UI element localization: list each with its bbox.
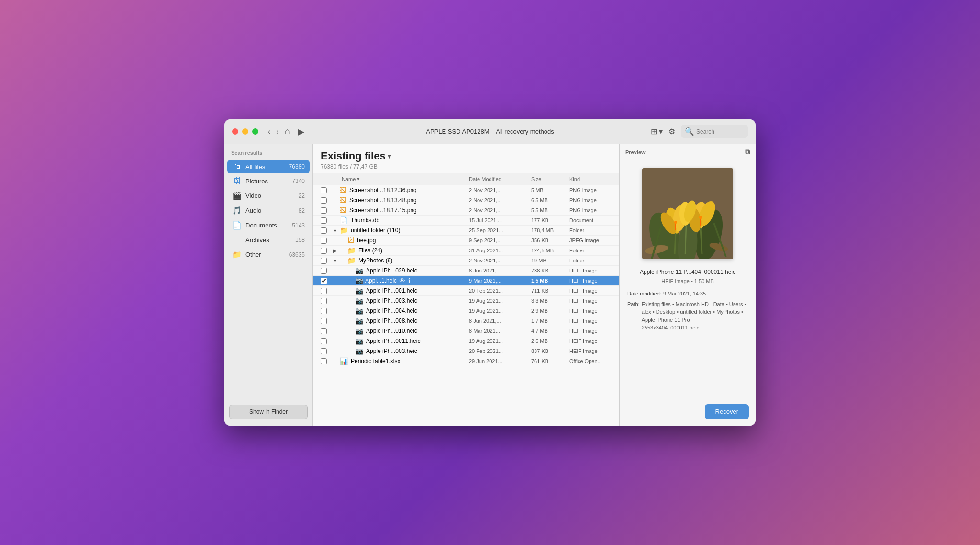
row-checkbox[interactable] — [317, 197, 330, 204]
sidebar-item-pictures[interactable]: 🖼 Pictures 7340 — [227, 174, 310, 188]
sidebar-label-audio: Audio — [245, 207, 295, 214]
row-kind: PNG image — [568, 187, 615, 193]
close-button[interactable] — [232, 128, 238, 135]
table-row[interactable]: 📷 Apple iPh...003.heic 20 Feb 2021... 83… — [313, 346, 619, 356]
col-header-expand — [330, 175, 340, 183]
row-date: 2 Nov 2021,... — [467, 207, 529, 213]
maximize-button[interactable] — [252, 128, 258, 135]
preview-filename: Apple iPhone 11 P...404_000011.heic — [620, 267, 756, 277]
row-checkbox[interactable] — [317, 248, 330, 254]
file-type-icon: 📄 — [340, 216, 348, 224]
row-kind: HEIF Image — [568, 308, 615, 314]
table-row[interactable]: 📊 Periodic table1.xlsx 29 Jun 2021... 76… — [313, 356, 619, 366]
col-header-name[interactable]: Name ▾ — [340, 175, 467, 183]
row-date: 20 Feb 2021... — [467, 288, 529, 294]
row-expand-toggle[interactable]: ▾ — [330, 258, 340, 263]
table-row[interactable]: 📷 Apple iPh...003.heic 19 Aug 2021... 3,… — [313, 296, 619, 306]
row-checkbox[interactable] — [317, 348, 330, 354]
sidebar-item-all-files[interactable]: 🗂 All files 76380 — [227, 160, 310, 173]
show-in-finder-button[interactable]: Show in Finder — [229, 405, 308, 419]
filter-button[interactable]: ⚙ — [668, 127, 675, 136]
table-row[interactable]: 📷 Apple iPh...0011.heic 19 Aug 2021... 2… — [313, 336, 619, 346]
preview-icon[interactable]: 👁 — [399, 277, 405, 284]
row-checkbox[interactable] — [317, 298, 330, 304]
col-header-size[interactable]: Size — [529, 175, 568, 183]
sidebar-item-other[interactable]: 📁 Other 63635 — [227, 248, 310, 261]
table-row[interactable]: 📷 Apple iPh...008.heic 8 Jun 2021,... 1,… — [313, 316, 619, 326]
preview-path-label: Path: — [627, 300, 640, 309]
copy-icon[interactable]: ⧉ — [745, 148, 750, 156]
table-row[interactable]: ▾ 📁 MyPhotos (9) 2 Nov 2021,... 19 MB Fo… — [313, 256, 619, 266]
table-row[interactable]: 📷 Apple iPh...001.heic 20 Feb 2021... 71… — [313, 286, 619, 296]
main-window: ‹ › ⌂ ▶ APPLE SSD AP0128M – All recovery… — [224, 119, 756, 426]
play-button[interactable]: ▶ — [298, 126, 304, 137]
row-size: 738 KB — [529, 268, 568, 273]
recover-button[interactable]: Recover — [705, 404, 749, 419]
dropdown-icon[interactable]: ▾ — [388, 152, 391, 160]
table-row[interactable]: ▾ 📁 untitled folder (110) 25 Sep 2021...… — [313, 226, 619, 236]
table-row[interactable]: 📷 Apple iPh...029.heic 8 Jun 2021,... 73… — [313, 266, 619, 276]
row-name: 📁 Files (24) — [340, 247, 467, 254]
file-type-icon: 📁 — [347, 247, 356, 254]
row-kind: PNG image — [568, 207, 615, 213]
row-checkbox[interactable] — [317, 187, 330, 193]
table-row[interactable]: ▶ 📁 Files (24) 31 Aug 2021... 124,5 MB F… — [313, 246, 619, 256]
row-checkbox[interactable] — [317, 308, 330, 314]
preview-path-row: Path: Existing files • Macintosh HD - Da… — [627, 300, 748, 332]
row-expand-toggle[interactable]: ▶ — [330, 248, 340, 253]
info-icon[interactable]: ℹ — [408, 277, 411, 284]
table-row[interactable]: 📷 Appl...1.heic 👁 ℹ 9 Mar 2021,... 1,5 M… — [313, 276, 619, 286]
file-type-icon: 📷 — [355, 307, 363, 315]
preview-image — [642, 168, 733, 259]
file-header: Existing files ▾ 76380 files / 77,47 GB — [313, 144, 619, 173]
row-expand-toggle[interactable]: ▾ — [330, 228, 340, 233]
file-area: Existing files ▾ 76380 files / 77,47 GB … — [313, 144, 619, 426]
search-input[interactable] — [696, 128, 744, 135]
file-type-icon: 🖼 — [340, 186, 346, 194]
preview-footer: Recover — [620, 399, 756, 426]
table-row[interactable]: 📷 Apple iPh...004.heic 19 Aug 2021... 2,… — [313, 306, 619, 316]
row-name: 🖼 bee.jpg — [340, 237, 467, 244]
row-checkbox[interactable] — [317, 358, 330, 364]
preview-details: Date modified: 9 Mar 2021, 14:35 Path: E… — [620, 285, 756, 337]
col-header-kind[interactable]: Kind — [568, 175, 615, 183]
row-checkbox[interactable] — [317, 318, 330, 324]
table-row[interactable]: 📄 Thumbs.db 15 Jul 2021,... 177 KB Docum… — [313, 216, 619, 226]
row-checkbox[interactable] — [317, 227, 330, 234]
row-checkbox[interactable] — [317, 238, 330, 244]
home-button[interactable]: ⌂ — [285, 126, 290, 136]
row-kind: HEIF Image — [568, 298, 615, 304]
row-checkbox[interactable] — [317, 338, 330, 344]
table-row[interactable]: 🖼 Screenshot...18.13.48.png 2 Nov 2021,.… — [313, 195, 619, 205]
sidebar-item-documents[interactable]: 📄 Documents 5143 — [227, 218, 310, 232]
row-name: 🖼 Screenshot...18.17.15.png — [340, 206, 467, 214]
col-header-date[interactable]: Date Modified — [467, 175, 529, 183]
row-checkbox[interactable] — [317, 217, 330, 224]
table-row[interactable]: 📷 Apple iPh...010.heic 8 Mar 2021... 4,7… — [313, 326, 619, 336]
table-row[interactable]: 🖼 Screenshot...18.17.15.png 2 Nov 2021,.… — [313, 205, 619, 216]
row-size: 19 MB — [529, 258, 568, 263]
back-button[interactable]: ‹ — [266, 126, 272, 137]
row-checkbox[interactable] — [317, 278, 330, 284]
row-checkbox[interactable] — [317, 207, 330, 214]
row-checkbox[interactable] — [317, 268, 330, 274]
row-date: 31 Aug 2021... — [467, 248, 529, 253]
row-kind: JPEG image — [568, 238, 615, 243]
view-toggle-button[interactable]: ⊞ ▾ — [651, 127, 663, 136]
sidebar-label-other: Other — [245, 251, 285, 258]
row-date: 29 Jun 2021... — [467, 358, 529, 364]
table-row[interactable]: 🖼 Screenshot...18.12.36.png 2 Nov 2021,.… — [313, 185, 619, 195]
forward-button[interactable]: › — [274, 126, 280, 137]
svg-point-11 — [674, 221, 677, 224]
table-row[interactable]: 🖼 bee.jpg 9 Sep 2021,... 356 KB JPEG ima… — [313, 236, 619, 246]
file-type-icon: 📷 — [355, 287, 363, 295]
sidebar-item-archives[interactable]: 🗃 Archives 158 — [227, 233, 310, 247]
minimize-button[interactable] — [242, 128, 248, 135]
row-checkbox[interactable] — [317, 288, 330, 294]
file-type-icon: 📁 — [340, 227, 348, 234]
sidebar-item-audio[interactable]: 🎵 Audio 82 — [227, 204, 310, 217]
row-checkbox[interactable] — [317, 258, 330, 264]
row-name: 📷 Apple iPh...008.heic — [340, 317, 467, 325]
sidebar-item-video[interactable]: 🎬 Video 22 — [227, 189, 310, 203]
row-checkbox[interactable] — [317, 328, 330, 334]
